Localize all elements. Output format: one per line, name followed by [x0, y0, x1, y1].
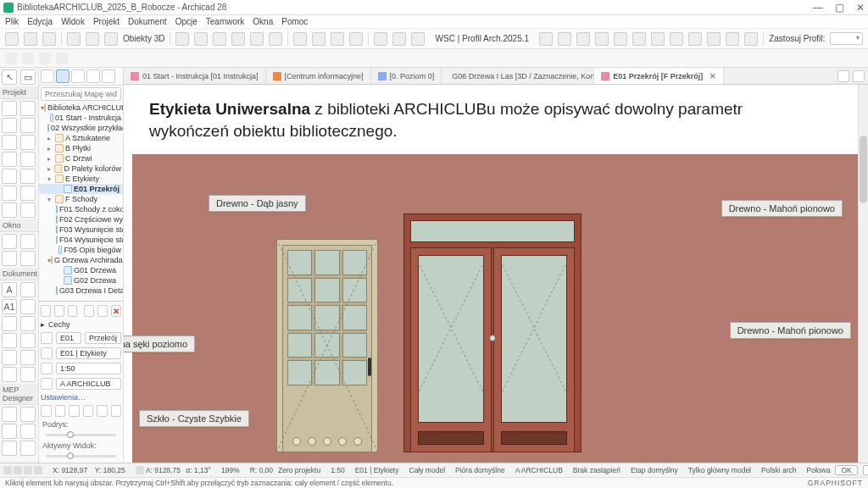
morph-tool[interactable] [20, 186, 36, 201]
tool[interactable] [2, 350, 17, 365]
tree-item[interactable]: F02 Częściowe wyświe [39, 214, 123, 225]
model-only[interactable]: Tylko główny model [688, 466, 751, 474]
prop-btn[interactable] [68, 305, 78, 317]
tool-button[interactable] [688, 32, 702, 46]
tool-button[interactable] [56, 53, 68, 64]
prop-btn[interactable] [54, 305, 64, 317]
door-tool[interactable] [2, 152, 17, 167]
tool-button[interactable] [595, 32, 609, 46]
search-input[interactable] [41, 87, 121, 101]
polowa[interactable]: Połowa [807, 466, 831, 474]
zoom-value[interactable]: 199% [221, 466, 240, 474]
tool[interactable] [20, 234, 36, 249]
slab-tool[interactable] [20, 118, 36, 133]
tree-item[interactable]: ▾G Drzewa Archiradar [39, 255, 123, 265]
prop-btn[interactable] [84, 305, 94, 317]
tool[interactable] [2, 367, 17, 382]
tool-button[interactable] [349, 32, 363, 46]
tool[interactable] [2, 234, 17, 249]
model-filter[interactable]: Cały model [409, 466, 446, 474]
tree-item[interactable]: 01 Start - Instrukcja [39, 113, 123, 123]
tool-button[interactable] [539, 32, 553, 46]
nav-tab-layout[interactable] [71, 69, 85, 83]
prop-btn[interactable] [69, 405, 80, 417]
tree-item[interactable]: 02 Wszystkie przykłady [39, 123, 123, 133]
mep-tool[interactable] [20, 441, 36, 456]
tree-item[interactable]: G03 Drzewa I Detal [39, 286, 123, 296]
tool-button[interactable] [104, 32, 118, 46]
tool-button[interactable] [5, 53, 17, 64]
door-right[interactable] [403, 214, 581, 452]
prop-btn[interactable] [97, 305, 108, 317]
text-tool[interactable]: A [2, 282, 17, 297]
tool-button[interactable] [213, 32, 226, 46]
tool-button[interactable] [670, 32, 683, 46]
layer-field[interactable]: E01 | Etykiety [56, 347, 121, 359]
nav-tab-other[interactable] [102, 69, 115, 83]
nav-tab-project[interactable] [41, 69, 54, 83]
menu-plik[interactable]: Plik [5, 17, 19, 26]
mep-tool[interactable] [2, 441, 17, 456]
mep-tool[interactable] [20, 424, 36, 439]
menu-edycja[interactable]: Edycja [27, 17, 53, 26]
label-sosna[interactable]: Drewno - Sosna sęki poziomo [124, 336, 195, 352]
tool-button[interactable] [651, 32, 665, 46]
tool-button[interactable] [175, 32, 189, 46]
tree-item[interactable]: ▸A Sztukaterie [39, 133, 123, 143]
nav-tab-viewmap[interactable] [56, 69, 70, 83]
viewport[interactable]: Etykieta Uniwersalna z biblioteki ARCHIC… [124, 85, 868, 463]
tool-button[interactable] [614, 32, 627, 46]
document-tab[interactable]: E01 Przekrój [F Przekrój]✕ [594, 68, 724, 84]
tab-tool-button[interactable] [853, 70, 865, 82]
beam-tool[interactable] [2, 118, 17, 133]
tree-item[interactable]: F03 Wysunięcie stopn [39, 225, 123, 235]
fill-tool[interactable] [20, 299, 36, 314]
tool-button[interactable] [194, 32, 208, 46]
tool[interactable] [20, 333, 36, 348]
prop-btn[interactable] [83, 405, 94, 417]
object-tool[interactable] [2, 169, 17, 184]
tool-button[interactable] [726, 32, 739, 46]
arrow-tool[interactable]: ↖ [2, 69, 17, 85]
settings-link[interactable]: Ustawienia… [41, 393, 86, 402]
label-szklo[interactable]: Szkło - Czyste Szybkie [139, 410, 249, 427]
prop-btn[interactable] [111, 405, 122, 417]
tool[interactable] [20, 251, 36, 266]
document-tab[interactable]: 01 Start - Instrukcja [01 Instrukcja] [124, 68, 266, 84]
pens[interactable]: Pióra domyślne [455, 466, 505, 474]
menu-dokument[interactable]: Dokument [128, 17, 167, 26]
menu-okna[interactable]: Okna [253, 17, 273, 26]
line-tool[interactable] [2, 316, 17, 331]
lang[interactable]: Polski arch [761, 466, 797, 474]
opacity-slider-1[interactable] [41, 430, 121, 440]
tool-button[interactable] [707, 32, 721, 46]
document-tab[interactable]: G06 Drzewa I Las [3D / Zaznaczenie, Kond… [442, 68, 594, 84]
curtain-tool[interactable] [2, 202, 17, 218]
tree-item[interactable]: G02 Drzewa [39, 275, 123, 286]
tool[interactable] [2, 333, 17, 348]
tool-button[interactable] [392, 32, 406, 46]
tool[interactable] [20, 367, 36, 382]
mesh-tool[interactable] [2, 186, 17, 201]
prop-btn[interactable] [55, 405, 66, 417]
tree-item[interactable]: F01 Schody z cokołem [39, 204, 123, 214]
dim-tool[interactable] [20, 282, 36, 297]
tool-button[interactable] [22, 53, 34, 64]
tree-item[interactable]: ▸B Płytki [39, 143, 123, 153]
mep-tool[interactable] [2, 424, 17, 439]
tool-button[interactable] [269, 32, 282, 46]
opacity-slider-2[interactable] [41, 452, 121, 461]
undo-button[interactable] [24, 32, 37, 46]
delete-button[interactable]: ✕ [111, 305, 121, 317]
tree-item[interactable]: ▸C Drzwi [39, 153, 123, 164]
tool-button[interactable] [67, 32, 81, 46]
wall-tool[interactable] [2, 101, 17, 116]
document-tab[interactable]: [0. Poziom 0] [371, 68, 442, 84]
arc-tool[interactable] [20, 316, 36, 331]
cancel-button[interactable]: Anuluj [863, 465, 868, 475]
prop-btn[interactable] [97, 405, 108, 417]
maximize-button[interactable]: ▢ [835, 2, 844, 14]
tool-button[interactable] [411, 32, 425, 46]
tool[interactable] [20, 350, 36, 365]
scale-field[interactable]: 1:50 [56, 363, 121, 374]
